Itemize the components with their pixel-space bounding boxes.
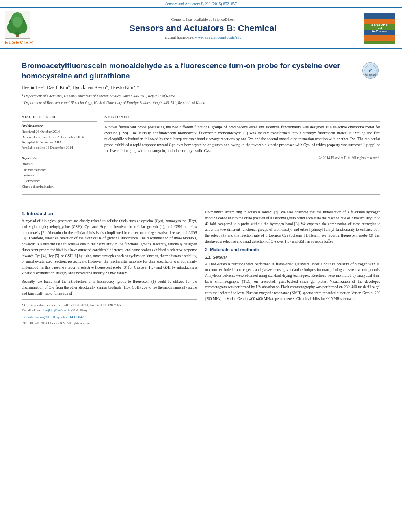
journal-center-info: Contents lists available at ScienceDirec… [44, 17, 362, 39]
sensors-logo-area: SENSORS and AcTuators [362, 13, 397, 44]
footnote-area: * Corresponding author. Tel.: +82 31 330… [22, 299, 197, 326]
authors-line: Heejin Leeᵃ, Dae Il Kimᵇ, Hyockman Kwonᵇ… [22, 85, 380, 91]
article-info-abstract: ARTICLE INFO Article history: Received 2… [22, 115, 380, 189]
section1-para2: Recently, we found that the introduction… [22, 279, 197, 296]
article-title-area: Bromoacetylfluorescein monoaldehyde as a… [22, 61, 380, 81]
doi-line: http://dx.doi.org/10.1016/j.snb.2014.12.… [22, 315, 197, 320]
journal-title-display: Sensors and Actuators B: Chemical [48, 23, 358, 33]
divider-1 [22, 110, 380, 110]
elsevier-logo: ELSEVIER [5, 11, 44, 45]
affiliation-b: b Department of Bioscience and Biotechno… [22, 100, 380, 106]
crossmark-badge: ✓ CrossMark [361, 61, 380, 80]
issn-line: 0925-4005/© 2014 Elsevier B.V. All right… [22, 321, 197, 326]
article-title: Bromoacetylfluorescein monoaldehyde as a… [22, 61, 357, 81]
paper-content: Bromoacetylfluorescein monoaldehyde as a… [0, 49, 402, 203]
journal-header: ELSEVIER Contents lists available at Sci… [0, 7, 402, 49]
article-info-column: ARTICLE INFO Article history: Received 2… [22, 115, 97, 189]
keywords-label: Keywords: [22, 156, 97, 160]
history-online: Available online 16 December 2014 [22, 145, 97, 151]
history-label: Article history: [22, 124, 97, 128]
keyword-4: Fluorescence [22, 178, 97, 184]
affiliation-a: a Department of Chemistry, Hankuk Univer… [22, 93, 380, 99]
abstract-copyright: © 2014 Elsevier B.V. All rights reserved… [104, 156, 380, 160]
journal-citation: Sensors and Actuators B 209 (2015) 652–6… [165, 2, 237, 6]
section1-title-area: 1. Introduction [22, 211, 197, 216]
abstract-column: ABSTRACT A novel fluorescent probe posse… [104, 115, 380, 189]
keyword-5: Kinetic discrimination [22, 184, 97, 189]
section2-1-text: All non-aqueous reactions were performed… [205, 261, 380, 302]
keyword-3: Cysteine [22, 172, 97, 178]
contents-available-line: Contents lists available at ScienceDirec… [48, 17, 358, 22]
journal-homepage-line: journal homepage: www.elsevier.com/locat… [48, 35, 358, 39]
abstract-paragraph: A novel fluorescent probe possessing the… [104, 124, 380, 154]
elsevier-wordmark: ELSEVIER [5, 39, 33, 45]
footnote-email: E-mail address: haejkim@hufs.ac.kr (H.-J… [22, 308, 197, 313]
svg-point-6 [13, 17, 22, 28]
article-info-heading: ARTICLE INFO [22, 115, 97, 119]
section2-title: 2. Materials and methods [205, 247, 380, 252]
footnote-star-note: * Corresponding author. Tel.: +82 31 330… [22, 303, 197, 308]
keyword-1: Biothiol [22, 161, 97, 167]
divider-2 [22, 194, 380, 195]
keyword-2: Chemodosimeter [22, 167, 97, 172]
elsevier-tree [5, 11, 30, 39]
section1-right-para1: six-member lactam ring in aqueous solven… [205, 209, 380, 244]
svg-rect-13 [364, 41, 395, 44]
main-body: 1. Introduction A myriad of biological p… [0, 209, 402, 326]
footnote-email-link[interactable]: haejkim@hufs.ac.kr [43, 308, 71, 312]
abstract-heading: ABSTRACT [104, 115, 380, 119]
svg-rect-8 [364, 13, 395, 19]
top-bar: Sensors and Actuators B 209 (2015) 652–6… [0, 0, 402, 7]
history-accepted: Accepted 9 December 2014 [22, 140, 97, 145]
section2-title-area: 2. Materials and methods [205, 247, 380, 252]
svg-text:CrossMark: CrossMark [365, 74, 376, 76]
left-column: 1. Introduction A myriad of biological p… [22, 209, 197, 326]
section1-para1: A myriad of biological processes are clo… [22, 218, 197, 276]
journal-homepage-link[interactable]: www.elsevier.com/locate/snb [195, 35, 241, 39]
sensors-logo: SENSORS and AcTuators [364, 13, 395, 44]
affiliations-area: a Department of Chemistry, Hankuk Univer… [22, 93, 380, 105]
article-history-box: Article history: Received 26 October 201… [22, 121, 97, 150]
svg-rect-12 [364, 35, 395, 41]
keywords-box: Keywords: Biothiol Chemodosimeter Cystei… [22, 154, 97, 189]
section1-title: 1. Introduction [22, 211, 197, 216]
right-column: six-member lactam ring in aqueous solven… [205, 209, 380, 326]
section2-1-title: 2.1. General [205, 255, 380, 260]
abstract-text-content: A novel fluorescent probe possessing the… [104, 121, 380, 160]
svg-text:✓: ✓ [368, 67, 373, 74]
history-received: Received 26 October 2014 [22, 129, 97, 135]
history-revised: Received in revised form 9 December 2014 [22, 135, 97, 140]
doi-link[interactable]: http://dx.doi.org/10.1016/j.snb.2014.12.… [22, 315, 84, 319]
